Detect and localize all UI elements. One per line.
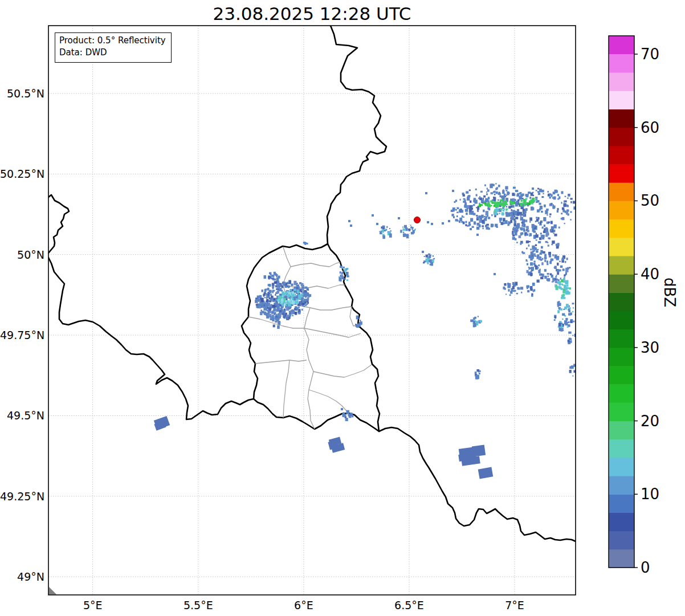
colorbar-unit-label: dBZ [661, 278, 678, 307]
xtick-6°E: 6°E [278, 598, 329, 612]
xtick-5.5°E: 5.5°E [173, 598, 224, 612]
corner-marker [49, 587, 56, 594]
cbtick-20: 20 [641, 412, 659, 430]
product-annotation-box: Product: 0.5° Reflectivity Data: DWD [55, 32, 172, 63]
radar-figure: 23.08.2025 12:28 UTC Product: 0.5° Refle… [0, 0, 685, 616]
ytick-49.5°N: 49.5°N [0, 409, 44, 422]
ytick-50.5°N: 50.5°N [0, 87, 44, 100]
ytick-50°N: 50°N [0, 248, 44, 262]
colorbar [609, 36, 638, 568]
radar-station-marker [414, 217, 421, 223]
cbtick-0: 0 [641, 558, 650, 577]
map-layers [48, 26, 577, 595]
cbtick-40: 40 [641, 265, 659, 283]
xtick-6.5°E: 6.5°E [384, 598, 435, 612]
xtick-7°E: 7°E [489, 598, 540, 612]
cbtick-60: 60 [641, 119, 659, 137]
cbtick-30: 30 [641, 338, 659, 357]
canton-borders [248, 247, 372, 429]
radar-map-canvas [0, 0, 685, 616]
ytick-50.25°N: 50.25°N [0, 167, 44, 181]
xtick-5°E: 5°E [67, 598, 119, 612]
ytick-49.25°N: 49.25°N [0, 489, 44, 503]
cbtick-10: 10 [641, 485, 659, 503]
country-borders [48, 26, 576, 541]
ytick-49°N: 49°N [0, 570, 44, 584]
ytick-49.75°N: 49.75°N [0, 328, 44, 342]
data-source-line: Data: DWD [59, 47, 166, 59]
radar-echoes [154, 183, 577, 479]
cbtick-50: 50 [641, 191, 659, 210]
product-line: Product: 0.5° Reflectivity [59, 35, 166, 47]
cbtick-70: 70 [641, 45, 659, 63]
